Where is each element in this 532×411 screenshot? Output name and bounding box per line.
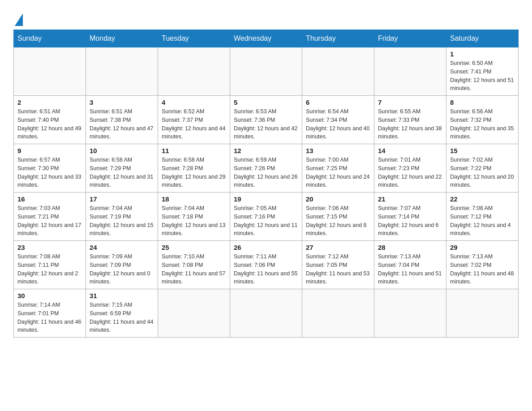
calendar-cell: 12Sunrise: 6:59 AMSunset: 7:26 PMDayligh… <box>230 144 302 193</box>
calendar-cell: 1Sunrise: 6:50 AMSunset: 7:41 PMDaylight… <box>446 47 519 96</box>
day-info: Sunrise: 7:15 AMSunset: 6:59 PMDaylight:… <box>90 301 154 334</box>
weekday-header-row: SundayMondayTuesdayWednesdayThursdayFrid… <box>14 30 519 47</box>
day-info: Sunrise: 7:02 AMSunset: 7:22 PMDaylight:… <box>450 156 515 189</box>
calendar-cell: 2Sunrise: 6:51 AMSunset: 7:40 PMDaylight… <box>14 96 86 144</box>
day-info: Sunrise: 6:55 AMSunset: 7:33 PMDaylight:… <box>378 107 442 141</box>
calendar-week-row: 23Sunrise: 7:08 AMSunset: 7:11 PMDayligh… <box>14 241 519 289</box>
calendar-week-row: 2Sunrise: 6:51 AMSunset: 7:40 PMDaylight… <box>14 96 519 144</box>
calendar-cell: 5Sunrise: 6:53 AMSunset: 7:36 PMDaylight… <box>230 96 302 144</box>
calendar-cell: 25Sunrise: 7:10 AMSunset: 7:08 PMDayligh… <box>158 241 230 289</box>
calendar-cell: 14Sunrise: 7:01 AMSunset: 7:23 PMDayligh… <box>374 144 446 193</box>
day-info: Sunrise: 7:14 AMSunset: 7:01 PMDaylight:… <box>17 301 82 334</box>
calendar-cell <box>374 47 446 96</box>
day-number: 14 <box>378 147 442 154</box>
day-number: 12 <box>234 147 298 154</box>
day-number: 13 <box>306 147 370 154</box>
day-number: 11 <box>162 147 226 154</box>
day-number: 30 <box>17 292 82 300</box>
logo-triangle-icon <box>15 13 23 26</box>
weekday-header-tuesday: Tuesday <box>158 30 230 47</box>
calendar-cell: 13Sunrise: 7:00 AMSunset: 7:25 PMDayligh… <box>302 144 374 193</box>
day-info: Sunrise: 7:05 AMSunset: 7:16 PMDaylight:… <box>234 204 298 238</box>
calendar-week-row: 30Sunrise: 7:14 AMSunset: 7:01 PMDayligh… <box>14 289 519 338</box>
calendar-cell: 23Sunrise: 7:08 AMSunset: 7:11 PMDayligh… <box>14 241 86 289</box>
day-number: 24 <box>90 244 154 251</box>
day-info: Sunrise: 6:58 AMSunset: 7:28 PMDaylight:… <box>162 156 226 189</box>
day-number: 6 <box>306 98 370 106</box>
day-info: Sunrise: 7:13 AMSunset: 7:04 PMDaylight:… <box>378 253 442 286</box>
day-number: 15 <box>450 147 515 154</box>
calendar-cell: 22Sunrise: 7:08 AMSunset: 7:12 PMDayligh… <box>446 193 519 241</box>
day-info: Sunrise: 7:04 AMSunset: 7:18 PMDaylight:… <box>162 204 226 238</box>
day-info: Sunrise: 6:57 AMSunset: 7:30 PMDaylight:… <box>17 156 82 189</box>
weekday-header-sunday: Sunday <box>14 30 86 47</box>
day-number: 10 <box>90 147 154 154</box>
calendar-cell: 9Sunrise: 6:57 AMSunset: 7:30 PMDaylight… <box>14 144 86 193</box>
calendar-cell <box>230 289 302 338</box>
calendar-cell: 16Sunrise: 7:03 AMSunset: 7:21 PMDayligh… <box>14 193 86 241</box>
logo <box>13 13 23 25</box>
day-info: Sunrise: 7:10 AMSunset: 7:08 PMDaylight:… <box>162 253 226 286</box>
calendar-week-row: 16Sunrise: 7:03 AMSunset: 7:21 PMDayligh… <box>14 193 519 241</box>
calendar-cell: 31Sunrise: 7:15 AMSunset: 6:59 PMDayligh… <box>86 289 158 338</box>
calendar-cell: 7Sunrise: 6:55 AMSunset: 7:33 PMDaylight… <box>374 96 446 144</box>
day-info: Sunrise: 7:13 AMSunset: 7:02 PMDaylight:… <box>450 253 515 286</box>
day-number: 28 <box>378 244 442 251</box>
calendar-cell: 29Sunrise: 7:13 AMSunset: 7:02 PMDayligh… <box>446 241 519 289</box>
day-info: Sunrise: 7:08 AMSunset: 7:11 PMDaylight:… <box>17 253 82 286</box>
calendar-cell: 6Sunrise: 6:54 AMSunset: 7:34 PMDaylight… <box>302 96 374 144</box>
weekday-header-monday: Monday <box>86 30 158 47</box>
day-number: 7 <box>378 98 442 106</box>
calendar-cell <box>302 289 374 338</box>
calendar-cell: 11Sunrise: 6:58 AMSunset: 7:28 PMDayligh… <box>158 144 230 193</box>
day-number: 17 <box>90 195 154 203</box>
day-info: Sunrise: 6:50 AMSunset: 7:41 PMDaylight:… <box>450 59 515 93</box>
day-number: 26 <box>234 244 298 251</box>
calendar-cell <box>446 289 519 338</box>
calendar-cell <box>158 289 230 338</box>
calendar-cell <box>230 47 302 96</box>
calendar-cell: 28Sunrise: 7:13 AMSunset: 7:04 PMDayligh… <box>374 241 446 289</box>
day-number: 29 <box>450 244 515 251</box>
weekday-header-friday: Friday <box>374 30 446 47</box>
calendar-cell: 27Sunrise: 7:12 AMSunset: 7:05 PMDayligh… <box>302 241 374 289</box>
day-info: Sunrise: 7:07 AMSunset: 7:14 PMDaylight:… <box>378 204 442 238</box>
day-number: 3 <box>90 98 154 106</box>
calendar-cell: 26Sunrise: 7:11 AMSunset: 7:06 PMDayligh… <box>230 241 302 289</box>
calendar-week-row: 1Sunrise: 6:50 AMSunset: 7:41 PMDaylight… <box>14 47 519 96</box>
day-number: 4 <box>162 98 226 106</box>
day-number: 18 <box>162 195 226 203</box>
day-info: Sunrise: 7:11 AMSunset: 7:06 PMDaylight:… <box>234 253 298 286</box>
day-number: 9 <box>17 147 82 154</box>
day-number: 2 <box>17 98 82 106</box>
day-number: 5 <box>234 98 298 106</box>
calendar-table: SundayMondayTuesdayWednesdayThursdayFrid… <box>13 30 519 338</box>
day-info: Sunrise: 7:01 AMSunset: 7:23 PMDaylight:… <box>378 156 442 189</box>
day-info: Sunrise: 6:52 AMSunset: 7:37 PMDaylight:… <box>162 107 226 141</box>
page-header <box>13 9 519 25</box>
day-info: Sunrise: 7:03 AMSunset: 7:21 PMDaylight:… <box>17 204 82 238</box>
calendar-cell: 30Sunrise: 7:14 AMSunset: 7:01 PMDayligh… <box>14 289 86 338</box>
day-number: 31 <box>90 292 154 300</box>
calendar-week-row: 9Sunrise: 6:57 AMSunset: 7:30 PMDaylight… <box>14 144 519 193</box>
day-number: 8 <box>450 98 515 106</box>
calendar-cell <box>374 289 446 338</box>
day-number: 16 <box>17 195 82 203</box>
weekday-header-wednesday: Wednesday <box>230 30 302 47</box>
calendar-cell <box>14 47 86 96</box>
calendar-cell <box>302 47 374 96</box>
day-info: Sunrise: 6:56 AMSunset: 7:32 PMDaylight:… <box>450 107 515 141</box>
day-info: Sunrise: 7:00 AMSunset: 7:25 PMDaylight:… <box>306 156 370 189</box>
calendar-cell: 17Sunrise: 7:04 AMSunset: 7:19 PMDayligh… <box>86 193 158 241</box>
day-number: 20 <box>306 195 370 203</box>
day-info: Sunrise: 6:59 AMSunset: 7:26 PMDaylight:… <box>234 156 298 189</box>
day-number: 23 <box>17 244 82 251</box>
calendar-cell: 24Sunrise: 7:09 AMSunset: 7:09 PMDayligh… <box>86 241 158 289</box>
day-info: Sunrise: 7:12 AMSunset: 7:05 PMDaylight:… <box>306 253 370 286</box>
day-number: 1 <box>450 50 515 58</box>
calendar-cell: 15Sunrise: 7:02 AMSunset: 7:22 PMDayligh… <box>446 144 519 193</box>
calendar-cell: 10Sunrise: 6:58 AMSunset: 7:29 PMDayligh… <box>86 144 158 193</box>
weekday-header-thursday: Thursday <box>302 30 374 47</box>
calendar-cell: 8Sunrise: 6:56 AMSunset: 7:32 PMDaylight… <box>446 96 519 144</box>
day-number: 19 <box>234 195 298 203</box>
